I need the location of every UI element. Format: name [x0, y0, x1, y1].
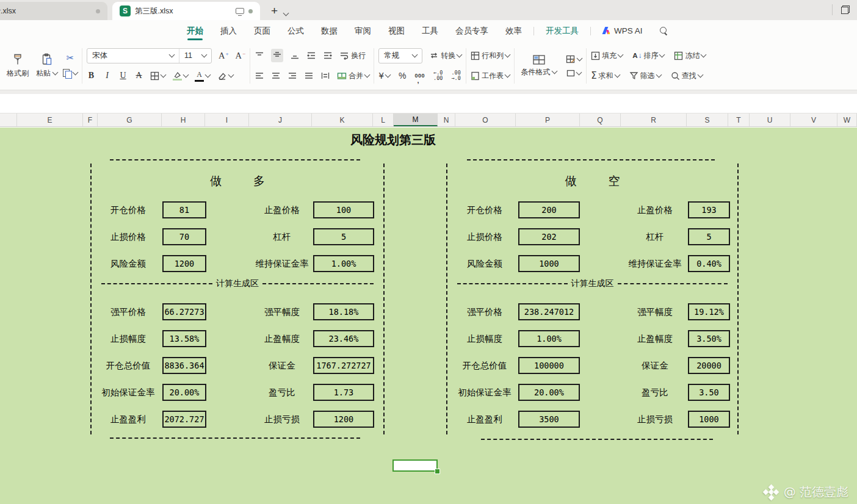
- decrease-indent-icon[interactable]: [306, 51, 316, 60]
- field-value-cell[interactable]: 1.73: [313, 384, 374, 401]
- sort-button[interactable]: A↓ 排序: [632, 51, 664, 61]
- field-value-cell[interactable]: 23.46%: [313, 330, 374, 347]
- strikethrough-button[interactable]: A: [134, 71, 143, 81]
- column-header-K[interactable]: K: [312, 113, 373, 126]
- align-center-icon[interactable]: [271, 71, 281, 80]
- number-format-select[interactable]: 常规: [378, 48, 422, 63]
- currency-format-button[interactable]: ¥: [378, 71, 390, 81]
- paste-button[interactable]: 粘贴: [34, 52, 59, 80]
- column-header-L[interactable]: L: [373, 113, 394, 126]
- decrease-font-size-button[interactable]: A−: [236, 51, 246, 61]
- field-value-cell[interactable]: 238.247012: [518, 303, 580, 320]
- fill-color-button[interactable]: [172, 71, 188, 81]
- new-tab-button[interactable]: +: [269, 2, 280, 20]
- percent-format-button[interactable]: %: [399, 71, 406, 81]
- column-header-J[interactable]: J: [249, 113, 312, 126]
- column-header-R[interactable]: R: [621, 113, 687, 126]
- field-value-cell[interactable]: 1200: [162, 255, 206, 272]
- field-value-cell[interactable]: 1.00%: [313, 255, 374, 272]
- fill-button[interactable]: 填充: [591, 51, 623, 61]
- copy-button[interactable]: [63, 69, 78, 78]
- field-value-cell[interactable]: 1000: [688, 411, 730, 428]
- field-value-cell[interactable]: 3500: [518, 411, 580, 428]
- column-header-F[interactable]: F: [83, 113, 98, 126]
- field-value-cell[interactable]: 200: [518, 201, 580, 218]
- column-header-T[interactable]: T: [728, 113, 750, 126]
- field-value-cell[interactable]: 3.50%: [688, 330, 730, 347]
- italic-button[interactable]: I: [103, 71, 112, 81]
- column-header-V[interactable]: V: [790, 113, 837, 126]
- clear-format-button[interactable]: [217, 71, 233, 80]
- column-header-O[interactable]: O: [455, 113, 516, 126]
- font-size-select[interactable]: 11: [179, 49, 211, 63]
- field-value-cell[interactable]: 100: [313, 201, 374, 218]
- format-painter-button[interactable]: 格式刷: [5, 52, 31, 80]
- column-header-W[interactable]: W: [837, 113, 857, 126]
- align-right-icon[interactable]: [287, 71, 297, 80]
- menu-tab-10[interactable]: 开发工具: [537, 20, 587, 41]
- field-value-cell[interactable]: 5: [688, 228, 730, 245]
- align-bottom-icon[interactable]: [290, 51, 300, 60]
- field-value-cell[interactable]: 1000: [518, 255, 580, 272]
- column-header-U[interactable]: U: [750, 113, 790, 126]
- sum-button[interactable]: Σ 求和: [591, 70, 619, 81]
- column-header-I[interactable]: I: [205, 113, 249, 126]
- column-header-N[interactable]: N: [438, 113, 455, 126]
- menu-tab-0[interactable]: 开始: [178, 20, 212, 41]
- menu-tab-9[interactable]: 效率: [497, 20, 530, 41]
- menu-tab-6[interactable]: 视图: [380, 20, 413, 41]
- filter-button[interactable]: 筛选: [629, 71, 661, 81]
- field-value-cell[interactable]: 20000: [688, 357, 730, 374]
- table-style-button[interactable]: [566, 55, 582, 63]
- distribute-text-icon[interactable]: [320, 71, 330, 80]
- justify-icon[interactable]: [304, 71, 314, 80]
- find-button[interactable]: 查找: [671, 71, 703, 81]
- field-value-cell[interactable]: 1.00%: [518, 330, 580, 347]
- field-value-cell[interactable]: 202: [518, 228, 580, 245]
- menu-tab-5[interactable]: 审阅: [346, 20, 380, 41]
- merge-cells-button[interactable]: 合并: [337, 71, 369, 81]
- column-header-E[interactable]: E: [17, 113, 83, 126]
- column-header-P[interactable]: P: [516, 113, 580, 126]
- field-value-cell[interactable]: 18.18%: [313, 303, 374, 320]
- menu-tab-1[interactable]: 插入: [212, 20, 245, 41]
- menu-tab-11[interactable]: WPS AI: [594, 20, 651, 41]
- field-value-cell[interactable]: 66.27273: [162, 303, 206, 320]
- align-middle-icon[interactable]: [272, 50, 282, 59]
- field-value-cell[interactable]: 5: [313, 228, 374, 245]
- align-left-icon[interactable]: [255, 71, 264, 80]
- conditional-format-button[interactable]: 条件格式: [519, 53, 559, 79]
- wrap-text-button[interactable]: 换行: [339, 51, 366, 61]
- menu-search-button[interactable]: [651, 20, 676, 41]
- field-value-cell[interactable]: 13.58%: [162, 330, 206, 347]
- field-value-cell[interactable]: 70: [162, 228, 206, 245]
- column-header-S[interactable]: S: [687, 113, 728, 126]
- field-value-cell[interactable]: 8836.364: [162, 357, 206, 374]
- align-top-icon[interactable]: [255, 51, 264, 60]
- menu-tab-4[interactable]: 数据: [313, 20, 346, 41]
- field-value-cell[interactable]: 1767.272727: [313, 357, 374, 374]
- menu-tab-8[interactable]: 会员专享: [447, 20, 497, 41]
- convert-button[interactable]: 转换: [429, 51, 461, 61]
- field-value-cell[interactable]: 1200: [313, 411, 374, 428]
- document-tab-active[interactable]: S 第三版.xlsx: [112, 2, 260, 20]
- increase-indent-icon[interactable]: [323, 51, 333, 60]
- field-value-cell[interactable]: 20.00%: [162, 384, 206, 401]
- menu-tab-3[interactable]: 公式: [279, 20, 313, 41]
- underline-button[interactable]: U: [118, 71, 128, 81]
- active-cell-selection[interactable]: [392, 459, 438, 472]
- font-color-button[interactable]: A: [195, 70, 210, 82]
- borders-button[interactable]: [150, 71, 165, 81]
- field-value-cell[interactable]: 100000: [518, 357, 580, 374]
- tab-list-chevron-icon[interactable]: [283, 10, 289, 16]
- field-value-cell[interactable]: 20.00%: [518, 384, 580, 401]
- cut-button[interactable]: ✂: [67, 54, 74, 63]
- decrease-decimal-button[interactable]: ←.0.00: [433, 70, 443, 81]
- freeze-panes-button[interactable]: 冻结: [674, 51, 706, 61]
- share-to-screen-icon[interactable]: [236, 8, 244, 14]
- field-value-cell[interactable]: 0.40%: [688, 255, 730, 272]
- increase-font-size-button[interactable]: A+: [219, 51, 229, 61]
- cell-style-button[interactable]: [566, 70, 581, 77]
- thousand-separator-button[interactable]: 000,: [415, 73, 425, 79]
- field-value-cell[interactable]: 3.50: [688, 384, 730, 401]
